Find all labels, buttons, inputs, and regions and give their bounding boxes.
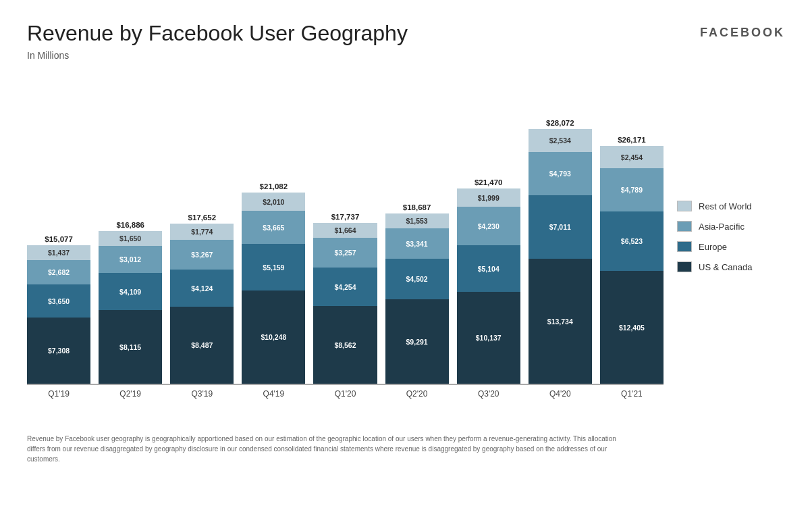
bar-segment-row: $1,650 xyxy=(99,231,162,246)
legend-label-europe: Europe xyxy=(699,242,727,252)
x-label: Q1'20 xyxy=(313,389,377,399)
bar-group: $17,737$8,562$4,254$3,257$1,664 xyxy=(313,213,377,384)
main-container: Revenue by Facebook User Geography In Mi… xyxy=(0,0,812,531)
bar-segment-europe: $5,104 xyxy=(457,245,520,292)
bar-segment-europe: $4,254 xyxy=(313,268,377,306)
bar-stack: $10,137$5,104$4,230$1,999 xyxy=(457,188,520,384)
x-label: Q4'19 xyxy=(242,389,305,399)
bar-segment-us: $8,115 xyxy=(99,310,162,384)
bar-stack: $7,308$3,650$2,682$1,437 xyxy=(27,245,90,384)
legend-item-us: US & Canada xyxy=(677,261,785,272)
x-label: Q3'19 xyxy=(170,389,234,399)
bar-segment-row: $1,774 xyxy=(170,224,234,240)
bar-total-label: $28,072 xyxy=(546,119,574,127)
bar-total-label: $15,077 xyxy=(45,235,73,243)
bar-segment-asia: $4,793 xyxy=(529,152,592,195)
chart-subtitle: In Millions xyxy=(27,50,408,61)
bar-total-label: $17,737 xyxy=(331,213,360,221)
bar-segment-us: $13,734 xyxy=(529,259,592,384)
x-label: Q2'20 xyxy=(385,389,449,399)
bar-total-label: $21,082 xyxy=(260,182,288,191)
bar-segment-row: $2,534 xyxy=(529,129,592,152)
bar-segment-asia: $3,267 xyxy=(170,240,234,270)
bar-group: $17,652$8,487$4,124$3,267$1,774 xyxy=(170,213,234,384)
bar-segment-asia: $3,012 xyxy=(99,246,162,273)
bar-segment-asia: $3,665 xyxy=(242,211,305,244)
legend-item-europe: Europe xyxy=(677,241,785,252)
bar-group: $16,886$8,115$4,109$3,012$1,650 xyxy=(99,221,162,384)
x-labels: Q1'19Q2'19Q3'19Q4'19Q1'20Q2'20Q3'20Q4'20… xyxy=(27,389,664,399)
bar-group: $28,072$13,734$7,011$4,793$2,534 xyxy=(529,119,592,384)
legend-label-us: US & Canada xyxy=(699,262,753,272)
bar-stack: $12,405$6,523$4,789$2,454 xyxy=(600,146,664,384)
bar-stack: $8,562$4,254$3,257$1,664 xyxy=(313,223,377,384)
bar-segment-us: $9,291 xyxy=(385,299,449,384)
bar-segment-europe: $4,124 xyxy=(170,270,234,307)
bar-group: $21,082$10,248$5,159$3,665$2,010 xyxy=(242,182,305,384)
bar-segment-row: $1,664 xyxy=(313,223,377,238)
bar-segment-asia: $3,341 xyxy=(385,228,449,259)
footnote: Revenue by Facebook user geography is ge… xyxy=(27,434,634,464)
bar-segment-asia: $3,257 xyxy=(313,238,377,268)
bar-segment-us: $10,137 xyxy=(457,292,520,384)
chart-area: $15,077$7,308$3,650$2,682$1,437$16,886$8… xyxy=(27,74,785,426)
bar-stack: $13,734$7,011$4,793$2,534 xyxy=(529,129,592,384)
bar-segment-europe: $7,011 xyxy=(529,195,592,259)
bar-stack: $10,248$5,159$3,665$2,010 xyxy=(242,193,305,384)
legend-color-asia xyxy=(677,221,692,232)
bar-segment-europe: $3,650 xyxy=(27,284,90,318)
facebook-logo: FACEBOOK xyxy=(700,26,785,40)
bar-group: $15,077$7,308$3,650$2,682$1,437 xyxy=(27,235,90,384)
x-label: Q1'19 xyxy=(27,389,90,399)
bar-segment-row: $2,454 xyxy=(600,146,664,168)
bar-group: $18,687$9,291$4,502$3,341$1,553 xyxy=(385,203,449,384)
bars-section: $15,077$7,308$3,650$2,682$1,437$16,886$8… xyxy=(27,74,664,426)
bar-total-label: $18,687 xyxy=(403,203,431,211)
bar-segment-europe: $4,109 xyxy=(99,273,162,310)
bar-segment-row: $1,999 xyxy=(457,188,520,207)
bar-segment-europe: $6,523 xyxy=(600,211,664,271)
header-row: Revenue by Facebook User Geography In Mi… xyxy=(27,20,785,68)
bar-total-label: $21,470 xyxy=(475,178,503,186)
bar-group: $21,470$10,137$5,104$4,230$1,999 xyxy=(457,178,520,384)
legend-item-asia: Asia-Pacific xyxy=(677,221,785,232)
x-label: Q4'20 xyxy=(529,389,592,399)
bar-segment-row: $1,437 xyxy=(27,245,90,260)
bar-segment-asia: $4,230 xyxy=(457,207,520,245)
chart-title: Revenue by Facebook User Geography xyxy=(27,20,408,46)
title-block: Revenue by Facebook User Geography In Mi… xyxy=(27,20,408,68)
bar-segment-row: $2,010 xyxy=(242,193,305,211)
bar-segment-europe: $4,502 xyxy=(385,259,449,299)
legend-item-row: Rest of World xyxy=(677,201,785,211)
bar-segment-row: $1,553 xyxy=(385,213,449,228)
bar-segment-us: $10,248 xyxy=(242,290,305,384)
bar-stack: $8,115$4,109$3,012$1,650 xyxy=(99,231,162,384)
bar-segment-asia: $4,789 xyxy=(600,168,664,211)
bar-stack: $9,291$4,502$3,341$1,553 xyxy=(385,213,449,384)
bar-total-label: $16,886 xyxy=(116,221,144,229)
bar-total-label: $26,171 xyxy=(618,136,646,144)
bar-segment-us: $8,487 xyxy=(170,307,234,384)
legend-color-europe xyxy=(677,241,692,252)
x-label: Q2'19 xyxy=(99,389,162,399)
legend-color-us xyxy=(677,261,692,272)
bar-group: $26,171$12,405$6,523$4,789$2,454 xyxy=(600,136,664,384)
bar-segment-us: $7,308 xyxy=(27,318,90,384)
bars-wrapper: $15,077$7,308$3,650$2,682$1,437$16,886$8… xyxy=(27,74,664,385)
legend-section: Rest of WorldAsia-PacificEuropeUS & Cana… xyxy=(664,74,785,426)
legend-color-row xyxy=(677,201,692,211)
bar-total-label: $17,652 xyxy=(188,213,216,222)
x-label: Q1'21 xyxy=(600,389,664,399)
bar-segment-us: $12,405 xyxy=(600,271,664,384)
legend-label-row: Rest of World xyxy=(699,201,752,211)
bar-segment-europe: $5,159 xyxy=(242,244,305,290)
bar-segment-us: $8,562 xyxy=(313,306,377,384)
legend-label-asia: Asia-Pacific xyxy=(699,222,745,232)
bar-segment-asia: $2,682 xyxy=(27,260,90,284)
bar-stack: $8,487$4,124$3,267$1,774 xyxy=(170,224,234,384)
x-label: Q3'20 xyxy=(457,389,520,399)
